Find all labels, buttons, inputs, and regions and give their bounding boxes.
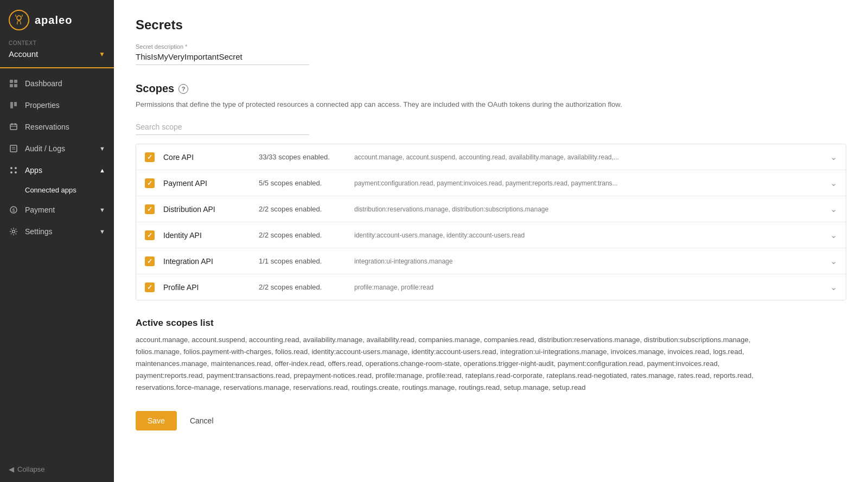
collapse-label: Collapse bbox=[17, 465, 45, 473]
svg-rect-6 bbox=[14, 102, 17, 106]
svg-rect-11 bbox=[10, 145, 17, 152]
apps-icon bbox=[9, 165, 18, 175]
collapse-icon: ◀ bbox=[9, 465, 14, 473]
core-api-expand-icon[interactable]: ⌄ bbox=[830, 152, 837, 162]
payment-api-expand-icon[interactable]: ⌄ bbox=[830, 178, 837, 188]
sidebar-sub-item-connected-apps[interactable]: Connected apps bbox=[0, 181, 114, 199]
core-api-values: account.manage, account.suspend, account… bbox=[354, 153, 821, 161]
sidebar: apaleo Context Account ▼ Dashboard Prope… bbox=[0, 0, 114, 482]
apps-arrow-icon: ▲ bbox=[99, 167, 105, 173]
integration-api-checkbox[interactable] bbox=[145, 256, 155, 266]
sidebar-item-payment-label: Payment bbox=[25, 205, 55, 214]
sidebar-item-audit-logs[interactable]: Audit / Logs ▼ bbox=[0, 138, 114, 159]
payment-api-values: payment:configuration.read, payment:invo… bbox=[354, 179, 821, 187]
distribution-api-count: 2/2 scopes enabled. bbox=[259, 205, 346, 213]
svg-point-15 bbox=[15, 167, 17, 169]
profile-api-values: profile:manage, profile:read bbox=[354, 284, 821, 291]
page-title: Secrets bbox=[136, 17, 846, 33]
sidebar-item-dashboard[interactable]: Dashboard bbox=[0, 73, 114, 94]
sidebar-item-audit-logs-label: Audit / Logs bbox=[25, 144, 65, 153]
core-api-name: Core API bbox=[163, 153, 250, 162]
active-scopes-text: account.manage, account.suspend, account… bbox=[136, 334, 787, 394]
svg-rect-2 bbox=[14, 80, 17, 83]
svg-rect-4 bbox=[14, 84, 17, 87]
integration-api-expand-icon[interactable]: ⌄ bbox=[830, 256, 837, 266]
sidebar-item-payment[interactable]: $ Payment ▼ bbox=[0, 199, 114, 221]
profile-api-checkbox[interactable] bbox=[145, 282, 155, 292]
distribution-api-name: Distribution API bbox=[163, 205, 250, 214]
scopes-table: Core API 33/33 scopes enabled. account.m… bbox=[136, 144, 846, 300]
search-scope-input[interactable] bbox=[136, 119, 309, 135]
sidebar-item-reservations[interactable]: Reservations bbox=[0, 116, 114, 138]
sidebar-item-apps-label: Apps bbox=[25, 166, 42, 175]
payment-api-checkbox[interactable] bbox=[145, 178, 155, 188]
sidebar-item-apps[interactable]: Apps ▲ bbox=[0, 159, 114, 181]
action-buttons: Save Cancel bbox=[136, 411, 846, 430]
identity-api-name: Identity API bbox=[163, 231, 250, 240]
table-row: Integration API 1/1 scopes enabled. inte… bbox=[136, 248, 846, 274]
svg-point-16 bbox=[10, 171, 12, 173]
cancel-button[interactable]: Cancel bbox=[186, 411, 218, 430]
sidebar-item-settings-label: Settings bbox=[25, 227, 53, 236]
table-row: Distribution API 2/2 scopes enabled. dis… bbox=[136, 196, 846, 222]
identity-api-expand-icon[interactable]: ⌄ bbox=[830, 230, 837, 240]
core-api-count: 33/33 scopes enabled. bbox=[259, 153, 346, 161]
sidebar-item-properties-label: Properties bbox=[25, 101, 60, 110]
payment-api-name: Payment API bbox=[163, 179, 250, 188]
payment-api-count: 5/5 scopes enabled. bbox=[259, 179, 346, 187]
payment-arrow-icon: ▼ bbox=[99, 207, 105, 213]
identity-api-checkbox[interactable] bbox=[145, 230, 155, 240]
audit-logs-arrow-icon: ▼ bbox=[99, 145, 105, 152]
profile-api-name: Profile API bbox=[163, 283, 250, 292]
core-api-checkbox[interactable] bbox=[145, 152, 155, 162]
svg-rect-3 bbox=[10, 84, 13, 87]
integration-api-count: 1/1 scopes enabled. bbox=[259, 257, 346, 265]
distribution-api-expand-icon[interactable]: ⌄ bbox=[830, 204, 837, 214]
sidebar-item-dashboard-label: Dashboard bbox=[25, 79, 62, 88]
table-row: Profile API 2/2 scopes enabled. profile:… bbox=[136, 274, 846, 300]
svg-rect-1 bbox=[10, 80, 13, 83]
sidebar-item-properties[interactable]: Properties bbox=[0, 94, 114, 116]
logo-icon bbox=[9, 10, 29, 30]
table-row: Payment API 5/5 scopes enabled. payment:… bbox=[136, 170, 846, 196]
distribution-api-values: distribution:reservations.manage, distri… bbox=[354, 205, 821, 213]
properties-icon bbox=[9, 100, 18, 110]
context-selector[interactable]: Account ▼ bbox=[0, 47, 114, 68]
save-button[interactable]: Save bbox=[136, 411, 177, 430]
logo-text: apaleo bbox=[35, 14, 72, 27]
settings-icon bbox=[9, 227, 18, 236]
svg-point-17 bbox=[15, 171, 17, 173]
scopes-section-title: Scopes ? bbox=[136, 82, 846, 95]
main-content: Secrets Secret description * ThisIsMyVer… bbox=[114, 0, 868, 482]
dashboard-icon bbox=[9, 79, 18, 88]
logo: apaleo bbox=[0, 0, 114, 40]
table-row: Core API 33/33 scopes enabled. account.m… bbox=[136, 144, 846, 170]
identity-api-count: 2/2 scopes enabled. bbox=[259, 231, 346, 239]
integration-api-values: integration:ui-integrations.manage bbox=[354, 258, 821, 265]
svg-text:$: $ bbox=[12, 208, 15, 213]
context-label: Context bbox=[0, 40, 114, 47]
scopes-help-icon[interactable]: ? bbox=[178, 84, 188, 94]
sidebar-item-settings[interactable]: Settings ▼ bbox=[0, 221, 114, 242]
sidebar-item-reservations-label: Reservations bbox=[25, 123, 69, 131]
collapse-button[interactable]: ◀ Collapse bbox=[0, 457, 114, 482]
scopes-description: Permissions that define the type of prot… bbox=[136, 100, 624, 108]
profile-api-expand-icon[interactable]: ⌄ bbox=[830, 282, 837, 292]
secret-description-value: ThisIsMyVeryImportantSecret bbox=[136, 52, 309, 65]
secret-description-field: Secret description * ThisIsMyVeryImporta… bbox=[136, 43, 846, 65]
distribution-api-checkbox[interactable] bbox=[145, 204, 155, 214]
svg-rect-7 bbox=[10, 124, 17, 130]
sidebar-sub-item-connected-apps-label: Connected apps bbox=[25, 186, 76, 194]
logs-icon bbox=[9, 144, 18, 153]
svg-point-20 bbox=[12, 230, 15, 233]
table-row: Identity API 2/2 scopes enabled. identit… bbox=[136, 222, 846, 248]
identity-api-values: identity:account-users.manage, identity:… bbox=[354, 232, 821, 239]
active-scopes-title: Active scopes list bbox=[136, 318, 846, 329]
profile-api-count: 2/2 scopes enabled. bbox=[259, 283, 346, 291]
reservations-icon bbox=[9, 122, 18, 132]
svg-rect-5 bbox=[10, 102, 13, 108]
integration-api-name: Integration API bbox=[163, 257, 250, 266]
secret-description-label: Secret description * bbox=[136, 43, 846, 50]
context-arrow-icon: ▼ bbox=[99, 50, 105, 58]
settings-arrow-icon: ▼ bbox=[99, 228, 105, 235]
